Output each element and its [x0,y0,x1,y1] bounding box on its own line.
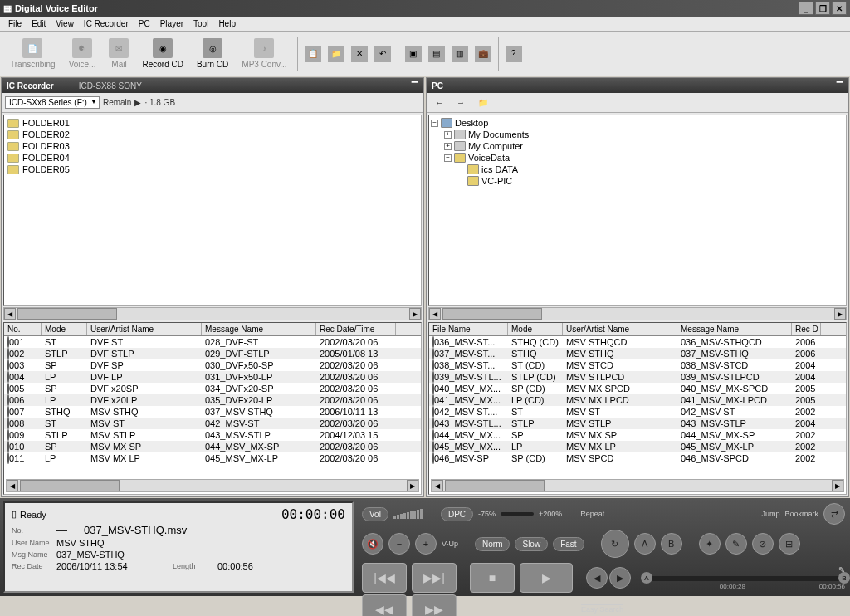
table-row[interactable]: 040_MSV_MX...SP (CD)MSV MX SPCD040_MSV_M… [429,383,846,394]
easy-fwd-button[interactable]: ▶ [609,567,631,589]
jump-button[interactable]: ✦ [699,533,721,555]
tree-icsdata[interactable]: ics DATA [481,164,518,174]
col-msg[interactable]: Message Name [202,323,316,335]
table-row[interactable]: 041_MSV_MX...LP (CD)MSV MX LPCD041_MSV_M… [429,394,846,406]
norm-button[interactable]: Norm [475,537,510,551]
folder-item[interactable]: FOLDER02 [6,129,419,140]
toolbar-transcribing[interactable]: 📄Transcribing [3,37,62,71]
toolbar-paste-icon[interactable]: 📁 [328,46,344,62]
col-no[interactable]: No. [4,323,42,335]
menu-pc[interactable]: PC [134,19,155,28]
col-recdate[interactable]: Rec D [792,323,821,335]
left-folder-tree[interactable]: FOLDER01FOLDER02FOLDER03FOLDER04FOLDER05 [3,115,422,306]
menu-view[interactable]: View [51,19,79,28]
expander-icon[interactable]: + [444,143,452,150]
marker-b[interactable]: B [838,572,850,584]
scroll-right-arrow[interactable]: ▶ [834,308,846,320]
vol-down-button[interactable]: − [388,533,410,555]
minimize-button[interactable]: _ [799,2,813,15]
tree-desktop[interactable]: Desktop [455,118,488,128]
table-row[interactable]: 008STMSV ST042_MSV-ST2002/03/20 06 [4,418,421,429]
toolbar-burn-cd[interactable]: ◎Burn CD [190,37,235,71]
repeat-a-button[interactable]: A [634,533,656,555]
next-track-button[interactable]: ▶▶| [412,563,457,593]
folder-item[interactable]: FOLDER03 [6,140,419,152]
col-user[interactable]: User/Artist Name [563,323,677,335]
table-row[interactable]: 037_MSV-ST...STHQMSV STHQ037_MSV-STHQ200… [429,348,846,359]
scroll-left-arrow[interactable]: ◀ [432,480,443,491]
easy-back-button[interactable]: ◀ [586,567,608,589]
stop-button[interactable]: ■ [470,563,515,593]
table-row[interactable]: 045_MSV_MX...LPMSV MX LP045_MSV_MX-LP200… [429,441,846,452]
table-row[interactable]: 011LPMSV MX LP045_MSV_MX-LP2002/03/20 06 [4,452,421,464]
vol-up-button[interactable]: + [415,533,437,555]
table-row[interactable]: 006LPDVF x20LP035_DVFx20-LP2002/03/20 06 [4,394,421,406]
col-msg[interactable]: Message Name [677,323,792,335]
toolbar-action1-icon[interactable]: ▣ [405,46,422,62]
table-row[interactable]: 001STDVF ST028_DVF-ST2002/03/20 06 [4,336,421,348]
extra-button[interactable]: ⊞ [779,533,800,555]
table-row[interactable]: 007STHQMSV STHQ037_MSV-STHQ2006/10/11 13 [4,406,421,418]
scroll-thumb[interactable] [17,308,117,320]
folder-item[interactable]: FOLDER04 [6,152,419,164]
table-row[interactable]: 038_MSV-ST...ST (CD)MSV STCD038_MSV-STCD… [429,359,846,371]
scroll-right-arrow[interactable]: ▶ [409,308,421,320]
tree-vcpic[interactable]: VC-PIC [481,176,512,186]
table-row[interactable]: 042_MSV-ST....STMSV ST042_MSV-ST2002 [429,406,846,418]
table-row[interactable]: 005SPDVF x20SP034_DVFx20-SP2002/03/20 06 [4,383,421,394]
menu-help[interactable]: Help [213,19,241,28]
bookmark-del-button[interactable]: ⊘ [752,533,774,555]
toolbar-action3-icon[interactable]: ▥ [452,46,468,62]
table-row[interactable]: 004LPDVF LP031_DVFx50-LP2002/03/20 06 [4,371,421,383]
menu-ic-recorder[interactable]: IC Recorder [79,19,134,28]
panel-minimize-icon[interactable]: ▔ [837,81,843,90]
col-user[interactable]: User/Artist Name [87,323,202,335]
scroll-thumb[interactable] [445,480,545,491]
table-row[interactable]: 002STLPDVF STLP029_DVF-STLP2005/01/08 13 [4,348,421,359]
dpc-slider[interactable] [501,512,534,516]
col-mode[interactable]: Mode [42,323,87,335]
menu-tool[interactable]: Tool [188,19,213,28]
toolbar-delete-icon[interactable]: ✕ [351,46,368,62]
tree-mycomp[interactable]: My Computer [468,141,523,151]
mute-button[interactable]: 🔇 [362,533,383,555]
col-filename[interactable]: File Name [429,323,508,335]
right-folder-tree[interactable]: −Desktop +My Documents +My Computer −Voi… [428,115,847,306]
toolbar-help-icon[interactable]: ? [506,46,522,62]
right-tree-hscroll[interactable]: ◀ ▶ [428,307,847,320]
maximize-button[interactable]: ❐ [815,2,830,15]
toolbar-action2-icon[interactable]: ▤ [428,46,445,62]
menu-edit[interactable]: Edit [27,19,51,28]
close-button[interactable]: ✕ [832,2,847,15]
table-row[interactable]: 046_MSV-SPSP (CD)MSV SPCD046_MSV-SPCD200… [429,452,846,464]
toolbar-mail[interactable]: ✉Mail [102,37,135,71]
table-row[interactable]: 003SPDVF SP030_DVFx50-SP2002/03/20 06 [4,359,421,371]
toolbar-record-cd[interactable]: ◉Record CD [135,37,189,71]
table-row[interactable]: 036_MSV-ST...STHQ (CD)MSV STHQCD036_MSV-… [429,336,846,348]
scroll-left-arrow[interactable]: ◀ [4,308,16,320]
toolbar-voice[interactable]: 🗣Voice... [62,37,103,71]
scroll-thumb[interactable] [442,308,542,320]
left-tree-hscroll[interactable]: ◀ ▶ [3,307,422,320]
folder-item[interactable]: FOLDER01 [6,117,419,129]
bookmark-add-button[interactable]: ✎ [725,533,747,555]
toolbar-copy-icon[interactable]: 📋 [305,46,321,62]
table-row[interactable]: 009STLPMSV STLP043_MSV-STLP2004/12/03 15 [4,429,421,441]
menu-file[interactable]: File [3,19,27,28]
scroll-left-arrow[interactable]: ◀ [429,308,441,320]
folder-item[interactable]: FOLDER05 [6,164,419,175]
repeat-button[interactable]: ↻ [601,530,629,558]
table-row[interactable]: 010SPMSV MX SP044_MSV_MX-SP2002/03/20 06 [4,441,421,452]
slow-button[interactable]: Slow [515,537,548,551]
repeat-b-button[interactable]: B [661,533,682,555]
fast-button[interactable]: Fast [553,537,584,551]
expander-icon[interactable]: − [444,154,452,162]
table-row[interactable]: 043_MSV-STL...STLPMSV STLP043_MSV-STLP20… [429,418,846,429]
scroll-left-arrow[interactable]: ◀ [7,480,18,491]
table-row[interactable]: 039_MSV-STL...STLP (CD)MSV STLPCD039_MSV… [429,371,846,383]
fastfwd-button[interactable]: ▶▶ [412,594,457,616]
expander-icon[interactable]: + [444,131,452,139]
tree-mydocs[interactable]: My Documents [468,130,529,139]
prev-track-button[interactable]: |◀◀ [362,563,407,593]
nav-up-icon[interactable]: 📁 [473,98,493,107]
